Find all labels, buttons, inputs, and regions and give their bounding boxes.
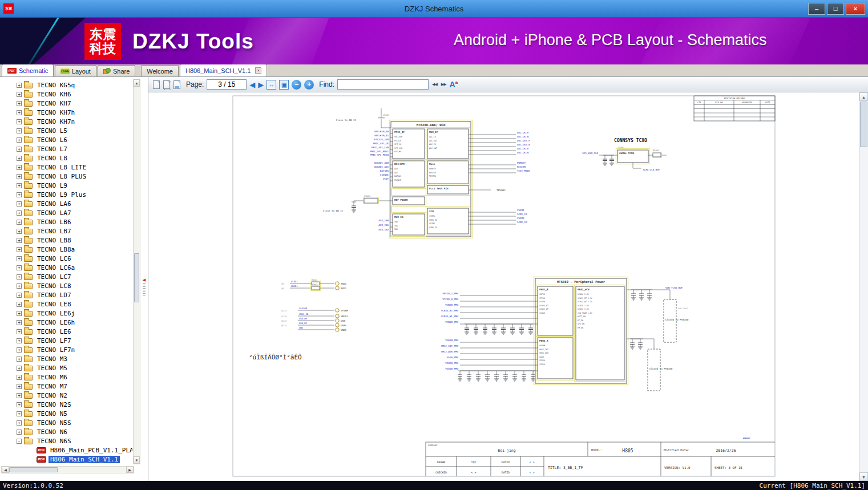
- tab-schematic[interactable]: PDF Schematic: [2, 64, 54, 76]
- maximize-button[interactable]: □: [827, 3, 844, 15]
- expand-icon[interactable]: +: [17, 329, 22, 334]
- expand-icon[interactable]: +: [17, 110, 22, 115]
- single-page-icon[interactable]: [153, 80, 160, 89]
- tree-item[interactable]: +TECNO N6: [0, 427, 132, 436]
- tree-item[interactable]: +TECNO LE6j: [0, 309, 132, 318]
- tree-item[interactable]: +TECNO LE8: [0, 299, 132, 309]
- tree-item[interactable]: +TECNO L7: [0, 144, 132, 153]
- tree-item[interactable]: +TECNO LB6: [0, 217, 132, 226]
- scroll-thumb[interactable]: [860, 102, 867, 147]
- tree-item[interactable]: +TECNO KH6: [0, 90, 132, 99]
- collapse-icon[interactable]: -: [17, 439, 22, 444]
- expand-icon[interactable]: +: [17, 92, 22, 97]
- expand-icon[interactable]: +: [17, 156, 22, 161]
- close-button[interactable]: ×: [846, 3, 865, 15]
- tree-item[interactable]: +TECNO LC7: [0, 272, 132, 281]
- scroll-left-arrow[interactable]: ◀: [2, 467, 9, 473]
- expand-icon[interactable]: +: [17, 302, 22, 307]
- scroll-right-arrow[interactable]: ▶: [126, 467, 134, 473]
- tree-item[interactable]: +TECNO KH7: [0, 99, 132, 108]
- expand-icon[interactable]: +: [17, 293, 22, 298]
- tree-item[interactable]: +TECNO L8: [0, 153, 132, 163]
- tree-item[interactable]: +TECNO M6: [0, 372, 132, 382]
- tree-item[interactable]: +TECNO M5: [0, 363, 132, 372]
- tree-item[interactable]: +TECNO LC8: [0, 281, 132, 290]
- tab-layout[interactable]: PADS Layout: [55, 65, 96, 76]
- zoom-in-button[interactable]: +: [304, 80, 314, 90]
- tree-item[interactable]: +TECNO L5: [0, 126, 132, 135]
- expand-icon[interactable]: +: [17, 165, 22, 170]
- expand-icon[interactable]: +: [17, 83, 22, 88]
- tree-item[interactable]: +TECNO M3: [0, 354, 132, 363]
- scroll-up-arrow[interactable]: ▲: [134, 79, 140, 87]
- expand-icon[interactable]: +: [17, 174, 22, 179]
- tree-item[interactable]: +TECNO L6: [0, 135, 132, 144]
- find-input[interactable]: [337, 79, 429, 90]
- tree-item[interactable]: +TECNO LB8: [0, 236, 132, 245]
- page-input[interactable]: [207, 79, 247, 90]
- tree-item[interactable]: +TECNO L9 Plus: [0, 190, 132, 199]
- copy-page-icon[interactable]: [173, 80, 180, 89]
- tree-item[interactable]: +TECNO LC6: [0, 254, 132, 263]
- tree-item[interactable]: +TECNO LD7: [0, 290, 132, 299]
- scroll-down-arrow[interactable]: ▼: [859, 472, 868, 481]
- expand-icon[interactable]: +: [17, 183, 22, 188]
- sidebar-hscrollbar[interactable]: ◀ ▶: [1, 466, 134, 473]
- fit-page-button[interactable]: ▣: [279, 80, 289, 90]
- tree-item[interactable]: +TECNO KH7n: [0, 117, 132, 126]
- tree-item[interactable]: +TECNO LF7n: [0, 345, 132, 354]
- fit-width-button[interactable]: ↔: [267, 80, 276, 90]
- expand-icon[interactable]: +: [17, 220, 22, 225]
- tree-item[interactable]: +TECNO LC6a: [0, 263, 132, 272]
- facing-pages-icon[interactable]: [163, 80, 170, 89]
- tree-item[interactable]: +TECNO LE6h: [0, 318, 132, 327]
- expand-icon[interactable]: +: [17, 357, 22, 362]
- tree-item[interactable]: +TECNO LE6: [0, 327, 132, 336]
- expand-icon[interactable]: +: [17, 147, 22, 152]
- expand-icon[interactable]: +: [17, 201, 22, 206]
- tree-item[interactable]: +TECNO N2S: [0, 400, 132, 409]
- prev-page-button[interactable]: ◀: [249, 81, 255, 88]
- tab-share[interactable]: Share: [98, 65, 135, 76]
- tree-item[interactable]: -TECNO N6S: [0, 436, 132, 446]
- tree-item[interactable]: +TECNO LA7: [0, 208, 132, 217]
- expand-icon[interactable]: +: [17, 411, 22, 416]
- tree-item[interactable]: +TECNO LB8a: [0, 245, 132, 254]
- tree-doc-item[interactable]: PDFH806_Main_PCB_V1.1_PLACEM: [0, 446, 132, 455]
- expand-icon[interactable]: +: [17, 119, 22, 124]
- expand-icon[interactable]: +: [17, 128, 22, 133]
- tree-item[interactable]: +TECNO KG5q: [0, 80, 132, 90]
- sidebar-vscrollbar[interactable]: ▲ ▼: [133, 79, 140, 464]
- scroll-up-arrow[interactable]: ▲: [859, 92, 868, 101]
- expand-icon[interactable]: +: [17, 384, 22, 389]
- expand-icon[interactable]: +: [17, 137, 22, 143]
- main-vscrollbar[interactable]: ▲ ▼: [859, 92, 868, 481]
- tree-item[interactable]: +TECNO N2: [0, 391, 132, 400]
- expand-icon[interactable]: +: [17, 101, 22, 106]
- tab-welcome[interactable]: Welcome: [141, 65, 179, 76]
- expand-icon[interactable]: +: [17, 247, 22, 252]
- document-viewport[interactable]: MT6380-ABB/ WCNPMIC_IFSRCLKENRTC32KSPI_C…: [148, 92, 868, 481]
- tree-item[interactable]: +TECNO LB7: [0, 226, 132, 236]
- scroll-thumb[interactable]: [134, 253, 139, 302]
- expand-icon[interactable]: +: [17, 393, 22, 398]
- tree-item[interactable]: +TECNO N5S: [0, 418, 132, 427]
- tree-item[interactable]: +TECNO KH7h: [0, 108, 132, 117]
- expand-icon[interactable]: +: [17, 430, 22, 435]
- tree-item[interactable]: +TECNO LA6: [0, 199, 132, 208]
- tree-item[interactable]: +TECNO L8 PLUS: [0, 172, 132, 181]
- expand-icon[interactable]: +: [17, 320, 22, 325]
- expand-icon[interactable]: +: [17, 284, 22, 289]
- sidebar-collapse-handle[interactable]: ◀: [142, 278, 147, 297]
- tree-item[interactable]: +TECNO L8 LITE: [0, 163, 132, 172]
- expand-icon[interactable]: +: [17, 311, 22, 316]
- zoom-out-button[interactable]: −: [292, 80, 301, 90]
- expand-icon[interactable]: +: [17, 402, 22, 407]
- expand-icon[interactable]: +: [17, 229, 22, 234]
- text-size-button[interactable]: Aa: [450, 80, 458, 88]
- tree-item[interactable]: +TECNO N5: [0, 409, 132, 418]
- expand-icon[interactable]: +: [17, 256, 22, 261]
- find-prev-button[interactable]: ◀◀: [431, 82, 438, 87]
- expand-icon[interactable]: +: [17, 192, 22, 197]
- expand-icon[interactable]: +: [17, 420, 22, 426]
